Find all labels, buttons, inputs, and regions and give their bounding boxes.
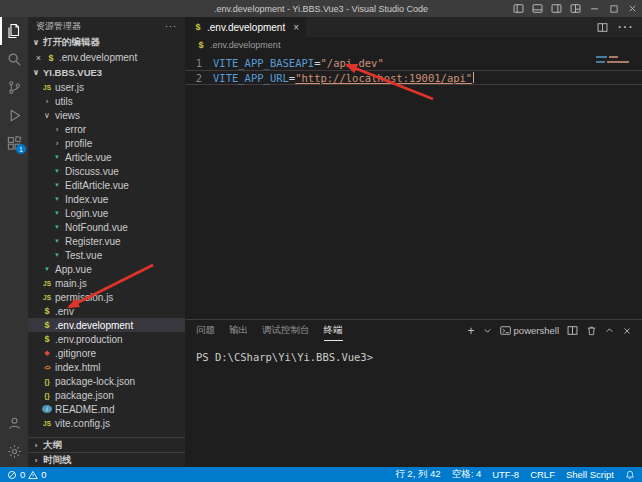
tree-item-index.html[interactable]: <>index.html bbox=[28, 360, 185, 374]
toggle-secondary-sidebar-icon[interactable] bbox=[547, 0, 566, 17]
code-string: "/api-dev" bbox=[320, 57, 383, 69]
outline-section-header[interactable]: › 大纲 bbox=[28, 437, 185, 452]
open-editors-label: 打开的编辑器 bbox=[43, 36, 100, 49]
open-editors-header[interactable]: ∨ 打开的编辑器 bbox=[28, 35, 185, 50]
terminal-shell-selector[interactable]: powershell bbox=[500, 325, 559, 336]
activity-run-debug[interactable] bbox=[0, 101, 28, 129]
terminal-output[interactable]: PS D:\CSharp\Yi\Yi.BBS.Vue3> bbox=[186, 341, 642, 467]
vue-icon: ▼ bbox=[52, 196, 62, 202]
tree-item-views[interactable]: ∨views bbox=[28, 108, 185, 122]
minimap-line bbox=[596, 61, 636, 63]
tree-item-user.js[interactable]: JSuser.js bbox=[28, 80, 185, 94]
activity-search[interactable] bbox=[0, 45, 28, 73]
panel-tab-问题[interactable]: 问题 bbox=[196, 320, 215, 341]
close-window-icon[interactable] bbox=[623, 0, 642, 17]
file-name: package-lock.json bbox=[55, 376, 135, 387]
js-icon: JS bbox=[42, 420, 52, 427]
tree-item-.env.development[interactable]: $.env.development bbox=[28, 318, 185, 332]
file-name: vite.config.js bbox=[55, 418, 110, 429]
tree-item-utils[interactable]: ›utils bbox=[28, 94, 185, 108]
activity-source-control[interactable] bbox=[0, 73, 28, 101]
chevron-down-icon[interactable] bbox=[483, 326, 492, 335]
code-line-2[interactable]: 2VITE_APP_URL="http://localhost:19001/ap… bbox=[186, 70, 642, 85]
tree-item-error[interactable]: ›error bbox=[28, 122, 185, 136]
maximize-panel-icon[interactable] bbox=[605, 326, 614, 335]
tree-item-Article.vue[interactable]: ▼Article.vue bbox=[28, 150, 185, 164]
close-tab-icon[interactable]: × bbox=[293, 22, 299, 33]
activity-bar-bottom bbox=[0, 409, 28, 467]
tree-item-EditArticle.vue[interactable]: ▼EditArticle.vue bbox=[28, 178, 185, 192]
tree-item-README.md[interactable]: iREADME.md bbox=[28, 402, 185, 416]
minimize-icon[interactable] bbox=[585, 0, 604, 17]
editor-actions: ··· bbox=[588, 17, 642, 37]
tree-item-Register.vue[interactable]: ▼Register.vue bbox=[28, 234, 185, 248]
activity-explorer[interactable] bbox=[0, 17, 28, 45]
tree-item-NotFound.vue[interactable]: ▼NotFound.vue bbox=[28, 220, 185, 234]
new-terminal-icon[interactable]: + bbox=[468, 324, 475, 338]
tree-item-Discuss.vue[interactable]: ▼Discuss.vue bbox=[28, 164, 185, 178]
file-name: Index.vue bbox=[65, 194, 108, 205]
code-line-1[interactable]: 1VITE_APP_BASEAPI="/api-dev" bbox=[186, 55, 642, 70]
problems-status[interactable]: 0 0 bbox=[7, 469, 47, 480]
encoding-status[interactable]: UTF-8 bbox=[492, 469, 519, 480]
bottom-panel: 问题输出调试控制台终端 + powershell bbox=[186, 319, 642, 467]
project-root-label: YI.BBS.VUE3 bbox=[43, 67, 102, 78]
chevron-down-icon: ∨ bbox=[31, 68, 41, 77]
extensions-badge: 1 bbox=[16, 144, 26, 154]
window-title: .env.development - Yi.BBS.Vue3 - Visual … bbox=[214, 4, 428, 14]
more-actions-icon[interactable]: ··· bbox=[165, 21, 177, 31]
customize-layout-icon[interactable] bbox=[566, 0, 585, 17]
maximize-icon[interactable] bbox=[604, 0, 623, 17]
tree-item-Index.vue[interactable]: ▼Index.vue bbox=[28, 192, 185, 206]
js-icon: JS bbox=[42, 294, 52, 301]
code-editor[interactable]: 1VITE_APP_BASEAPI="/api-dev"2VITE_APP_UR… bbox=[186, 52, 642, 319]
code-variable: VITE_APP_BASEAPI bbox=[213, 57, 314, 69]
tree-item-.gitignore[interactable]: ◆.gitignore bbox=[28, 346, 185, 360]
eol-status[interactable]: CRLF bbox=[530, 469, 555, 480]
tree-item-.env.production[interactable]: $.env.production bbox=[28, 332, 185, 346]
panel-tab-输出[interactable]: 输出 bbox=[229, 320, 248, 341]
error-icon bbox=[7, 470, 17, 480]
account-button[interactable] bbox=[0, 409, 28, 437]
trash-icon[interactable] bbox=[586, 325, 597, 336]
vscode-window: .env.development - Yi.BBS.Vue3 - Visual … bbox=[0, 0, 642, 482]
toggle-panel-icon[interactable] bbox=[528, 0, 547, 17]
minimap[interactable] bbox=[596, 56, 636, 66]
chevron-right-icon: › bbox=[31, 441, 41, 450]
terminal-prompt: PS D:\CSharp\Yi\Yi.BBS.Vue3> bbox=[196, 351, 373, 363]
panel-tab-调试控制台[interactable]: 调试控制台 bbox=[262, 320, 310, 341]
tree-item-package.json[interactable]: {}package.json bbox=[28, 388, 185, 402]
close-icon[interactable]: × bbox=[34, 53, 43, 63]
toggle-sidebar-icon[interactable] bbox=[509, 0, 528, 17]
tree-item-profile[interactable]: ›profile bbox=[28, 136, 185, 150]
file-name: user.js bbox=[55, 82, 84, 93]
tree-item-Login.vue[interactable]: ▼Login.vue bbox=[28, 206, 185, 220]
vue-icon: ▼ bbox=[42, 266, 52, 272]
activity-extensions[interactable]: 1 bbox=[0, 129, 28, 157]
tree-item-.env[interactable]: $.env bbox=[28, 304, 185, 318]
split-editor-icon[interactable] bbox=[597, 22, 608, 33]
timeline-section-header[interactable]: › 时间线 bbox=[28, 452, 185, 467]
tree-item-Test.vue[interactable]: ▼Test.vue bbox=[28, 248, 185, 262]
more-actions-icon[interactable]: ··· bbox=[617, 18, 633, 36]
tree-item-vite.config.js[interactable]: JSvite.config.js bbox=[28, 416, 185, 430]
panel-tab-终端[interactable]: 终端 bbox=[324, 320, 343, 341]
split-terminal-icon[interactable] bbox=[567, 325, 578, 336]
notifications-bell-icon[interactable] bbox=[625, 470, 635, 480]
vue-icon: ▼ bbox=[52, 154, 62, 160]
breadcrumb[interactable]: $ .env.development bbox=[186, 37, 642, 52]
file-name: index.html bbox=[55, 362, 101, 373]
indentation-status[interactable]: 空格: 4 bbox=[452, 468, 482, 481]
project-root-header[interactable]: ∨ YI.BBS.VUE3 bbox=[28, 65, 185, 80]
tab-env-development[interactable]: $ .env.development × bbox=[186, 17, 306, 37]
cursor-position-status[interactable]: 行 2, 列 42 bbox=[395, 468, 440, 481]
tree-item-package-lock.json[interactable]: {}package-lock.json bbox=[28, 374, 185, 388]
close-panel-icon[interactable] bbox=[622, 326, 632, 336]
settings-button[interactable] bbox=[0, 437, 28, 465]
open-editor-item[interactable]: × $ .env.development bbox=[28, 50, 185, 65]
tree-item-permission.js[interactable]: JSpermission.js bbox=[28, 290, 185, 304]
account-icon bbox=[7, 416, 22, 431]
tree-item-App.vue[interactable]: ▼App.vue bbox=[28, 262, 185, 276]
tree-item-main.js[interactable]: JSmain.js bbox=[28, 276, 185, 290]
language-mode-status[interactable]: Shell Script bbox=[566, 469, 614, 480]
